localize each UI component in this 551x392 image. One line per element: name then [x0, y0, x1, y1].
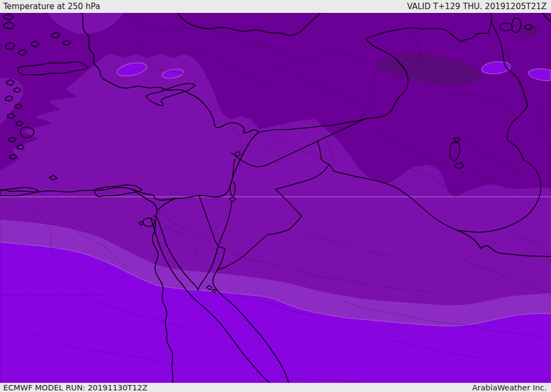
- valid-time-label: VALID T+129 THU. 20191205T21Z: [407, 2, 547, 11]
- temp-band-darkest-spot: [521, 25, 540, 37]
- temperature-bands: [0, 13, 551, 383]
- map-canvas: [0, 0, 551, 392]
- brand-label: ArabiaWeather Inc.: [472, 383, 547, 392]
- weather-map-screen: Temperature at 250 hPa VALID T+129 THU. …: [0, 0, 551, 392]
- model-run-label: ECMWF MODEL RUN: 20191130T12Z: [3, 383, 147, 392]
- page-title: Temperature at 250 hPa: [3, 2, 100, 11]
- footer-bar: ECMWF MODEL RUN: 20191130T12Z ArabiaWeat…: [0, 383, 551, 392]
- header-bar: Temperature at 250 hPa VALID T+129 THU. …: [0, 0, 551, 13]
